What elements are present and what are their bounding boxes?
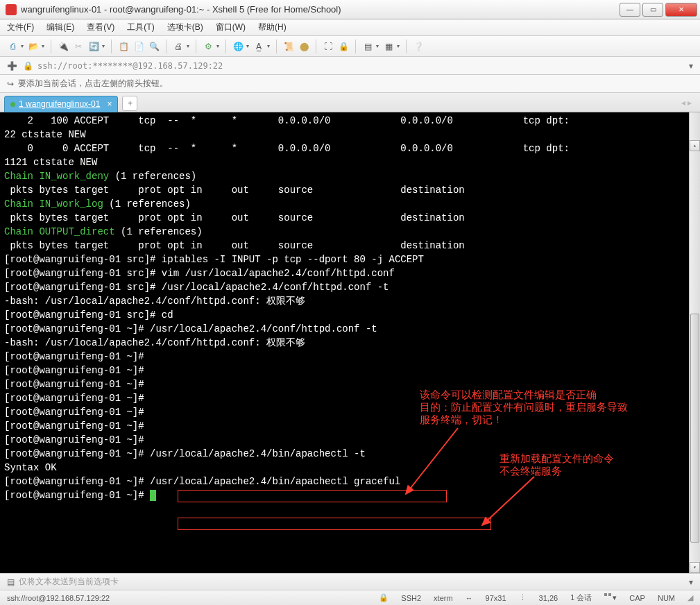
window-title: wangruifenglinux-01 - root@wangruifeng-0… [21, 4, 617, 15]
status-bar: ssh://root@192.168.57.129:22 🔒 SSH2 xter… [0, 590, 700, 605]
menu-file[interactable]: 文件(F) [7, 22, 34, 33]
terminal-line: [root@wangruifeng-01 src]# cd [4, 308, 696, 322]
terminal-line: pkts bytes target prot opt in out source… [4, 239, 696, 253]
toolbar-separator [355, 40, 356, 53]
status-size: 97x31 [486, 594, 506, 602]
scroll-up-icon[interactable]: ▴ [690, 140, 700, 151]
status-term: xterm [434, 594, 453, 602]
paste-icon[interactable]: 📄 [133, 41, 144, 52]
terminal-line: [root@wangruifeng-01 ~]# /usr/local/apac… [4, 322, 696, 336]
address-dropdown-icon[interactable]: ▾ [689, 61, 693, 71]
properties-icon[interactable]: ⚙ [203, 41, 214, 52]
reconnect-icon[interactable]: 🔄 [88, 41, 99, 52]
annotation-graceful: 重新加载配置文件的命令 不会终端服务 [500, 452, 652, 477]
terminal-line: Chain IN_work_log (1 references) [4, 197, 696, 211]
toolbar-separator [51, 40, 51, 53]
lock-icon: 🔒 [23, 61, 33, 71]
toolbar-separator [225, 40, 226, 53]
highlight-box-apachectl-t [178, 490, 447, 502]
resize-grip-icon[interactable]: ◢ [688, 593, 693, 602]
window-controls: — ▭ ✕ [617, 3, 697, 17]
terminal-line: [root@wangruifeng-01 src]# /usr/local/ap… [4, 280, 696, 294]
tab-bar: 1 wangruifenglinux-01 × + ◂ ▸ [0, 93, 700, 112]
print-icon[interactable]: 🖨 [173, 41, 184, 52]
session-tab[interactable]: 1 wangruifenglinux-01 × [4, 96, 118, 112]
terminal-line: pkts bytes target prot opt in out source… [4, 211, 696, 225]
copy-icon[interactable]: 📋 [118, 41, 129, 52]
terminal-line: Chain OUTPUT_direct (1 references) [4, 225, 696, 239]
menu-window[interactable]: 窗口(W) [216, 22, 246, 33]
new-session-icon[interactable]: ⎙ [7, 41, 18, 52]
window-titlebar: wangruifenglinux-01 - root@wangruifeng-0… [0, 0, 700, 19]
menu-tabs[interactable]: 选项卡(B) [167, 22, 203, 33]
globe-icon[interactable]: 🌐 [232, 41, 244, 52]
info-text: 要添加当前会话，点击左侧的箭头按钮。 [18, 78, 168, 90]
disconnect-icon[interactable]: ✂ [73, 41, 84, 52]
minimize-button[interactable]: — [620, 3, 640, 17]
send-menu-icon[interactable]: ▾ [689, 577, 693, 587]
close-button[interactable]: ✕ [665, 3, 697, 17]
maximize-button[interactable]: ▭ [642, 3, 663, 17]
open-icon[interactable]: 📂 [28, 41, 39, 52]
highlight-icon[interactable]: ⬤ [298, 41, 309, 52]
send-bar: ▤ 仅将文本发送到当前选项卡 ▾ [0, 573, 700, 590]
menu-bar: 文件(F) 编辑(E) 查看(V) 工具(T) 选项卡(B) 窗口(W) 帮助(… [0, 19, 700, 36]
toolbar-separator [196, 40, 196, 53]
arrow-session-icon[interactable]: ↪ [7, 79, 14, 89]
terminal-line: [root@wangruifeng-01 ~]# [4, 350, 696, 364]
app-icon [6, 4, 17, 15]
annotation-check-config: 该命令可以检测配置文件编辑是否正确 目的：防止配置文件有问题时，重启服务导致 服… [420, 389, 642, 426]
address-bar: ➕ 🔒 ssh://root:********@192.168.57.129:2… [0, 57, 700, 75]
status-cap: CAP [629, 594, 645, 602]
script-icon[interactable]: 📜 [283, 41, 294, 52]
terminal-line: -bash: /usr/local/apache2.4/conf/httpd.c… [4, 336, 696, 350]
status-num: NUM [658, 594, 675, 602]
status-connection: ssh://root@192.168.57.129:22 [7, 594, 110, 602]
status-proto: SSH2 [401, 594, 421, 602]
terminal-line: 0 0 ACCEPT tcp -- * * 0.0.0.0/0 0.0.0.0/… [4, 142, 696, 155]
tab-close-icon[interactable]: × [107, 99, 112, 109]
terminal-line: [root@wangruifeng-01 ~]# [4, 364, 696, 377]
scroll-down-icon[interactable]: ▾ [690, 562, 700, 573]
scroll-thumb[interactable] [690, 314, 699, 543]
terminal-scrollbar[interactable]: ▴ ▾ [689, 112, 700, 573]
menu-tools[interactable]: 工具(T) [127, 22, 154, 33]
terminal-line: [root@wangruifeng-01 src]# vim /usr/loca… [4, 266, 696, 280]
menu-view[interactable]: 查看(V) [87, 22, 114, 33]
tab-nav-arrows[interactable]: ◂ ▸ [681, 98, 696, 108]
address-text[interactable]: ssh://root:********@192.168.57.129:22 [37, 61, 689, 71]
toolbar-separator [276, 40, 277, 53]
connect-icon[interactable]: 🔌 [58, 41, 69, 52]
find-icon[interactable]: 🔍 [148, 41, 160, 52]
terminal[interactable]: 2 100 ACCEPT tcp -- * * 0.0.0.0/0 0.0.0.… [0, 112, 700, 573]
fullscreen-icon[interactable]: ⛶ [323, 41, 334, 52]
tab-label: 1 wangruifenglinux-01 [19, 99, 100, 109]
tile-v-icon[interactable]: ▦ [383, 41, 394, 52]
send-icon[interactable]: ▤ [7, 577, 15, 587]
terminal-line: [root@wangruifeng-01 src]# iptables -I I… [4, 253, 696, 266]
terminal-line: 1121 ctstate NEW [4, 155, 696, 169]
status-session-menu-icon[interactable]: ▾ [604, 593, 617, 602]
terminal-line: Chain IN_work_deny (1 references) [4, 169, 696, 183]
menu-help[interactable]: 帮助(H) [258, 22, 287, 33]
terminal-line: 2 100 ACCEPT tcp -- * * 0.0.0.0/0 0.0.0.… [4, 114, 696, 128]
status-proto-icon: 🔒 [379, 593, 389, 602]
toolbar-separator [406, 40, 407, 53]
menu-edit[interactable]: 编辑(E) [46, 22, 74, 33]
send-text: 仅将文本发送到当前选项卡 [19, 576, 689, 588]
info-bar: ↪ 要添加当前会话，点击左侧的箭头按钮。 [0, 75, 700, 93]
font-icon[interactable]: A̲ [253, 41, 264, 52]
lock-icon[interactable]: 🔒 [338, 41, 349, 52]
tile-h-icon[interactable]: ▤ [362, 41, 373, 52]
toolbar-separator [166, 40, 167, 53]
new-tab-button[interactable]: + [122, 96, 137, 111]
highlight-box-apachectl-graceful [178, 518, 491, 530]
status-size-icon: ↔ [466, 594, 473, 602]
toolbar: ⎙▾ 📂▾ 🔌 ✂ 🔄▾ 📋 📄 🔍 🖨▾ ⚙▾ 🌐▾ A̲▾ 📜 ⬤ ⛶ 🔒 … [0, 36, 700, 57]
toolbar-separator [111, 40, 112, 53]
help-icon[interactable]: ❔ [413, 41, 424, 52]
status-pos-icon: ⋮ [519, 593, 527, 602]
status-pos: 31,26 [539, 594, 558, 602]
address-add-icon[interactable]: ➕ [7, 61, 17, 71]
tab-status-dot [10, 102, 15, 107]
